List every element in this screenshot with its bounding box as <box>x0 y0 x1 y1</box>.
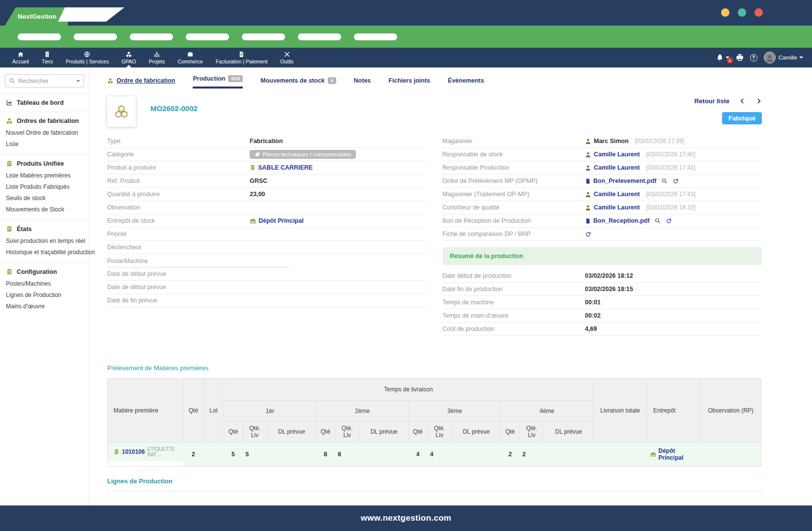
menu-placeholder-pill[interactable] <box>74 33 117 40</box>
person-icon <box>585 191 591 198</box>
tab-ordre-de-fabrication[interactable]: Ordre de fabrication <box>107 77 175 88</box>
field-label: Poste/Machine <box>107 258 250 265</box>
product-link[interactable]: SABLE CARRIERE <box>258 164 313 171</box>
tab-count-badge: 4 <box>328 77 336 84</box>
field-value: GRSC <box>250 177 267 184</box>
menu-placeholder-pill[interactable] <box>186 33 229 40</box>
secondary-tab[interactable] <box>58 7 124 22</box>
chevron-down-icon[interactable] <box>76 80 80 82</box>
preview-icon[interactable] <box>662 178 667 184</box>
back-to-list-link[interactable]: Retour liste <box>694 97 729 105</box>
material-code-link[interactable]: 1010106 <box>122 448 145 455</box>
menu-placeholder-pill[interactable] <box>298 33 341 40</box>
timestamp: [03/02/2026 17:40] <box>646 151 696 158</box>
sidebar-item-nouvel-of[interactable]: Nouvel Ordre de fabrication <box>6 128 83 138</box>
sidebar-item-seuils[interactable]: Seuils de stock <box>6 193 83 203</box>
tab-notes[interactable]: Notes <box>354 77 371 88</box>
menu-placeholder-pill[interactable] <box>130 33 173 40</box>
maximize-button[interactable] <box>738 8 746 17</box>
person-icon <box>585 205 591 211</box>
refresh-icon[interactable] <box>666 218 672 224</box>
cell-observation <box>700 442 761 467</box>
warehouse-icon <box>650 451 656 457</box>
person-link[interactable]: Camille Laurent <box>594 151 640 158</box>
sidebar-item-mains[interactable]: Mains d'œuvre <box>6 301 83 311</box>
nav-item-gpao[interactable]: GPAO <box>115 48 143 67</box>
refresh-icon[interactable] <box>585 231 591 237</box>
person-name: Marc Simon <box>594 138 629 145</box>
nav-item-outils[interactable]: Outils <box>274 48 300 67</box>
pdf-link[interactable]: Bon_Reception.pdf <box>593 217 650 224</box>
nav-item-tiers[interactable]: Tiers <box>35 48 59 67</box>
person-link[interactable]: Camille Laurent <box>594 191 640 198</box>
menu-placeholder-pill[interactable] <box>18 33 61 40</box>
field-row-type: Type Fabrication <box>107 135 427 148</box>
nav-label: Commerce <box>177 59 203 64</box>
nav-item-facturation[interactable]: Facturation | Paiement <box>209 48 274 67</box>
sidebar-section-produits: Produits Unifiée Liste Matières première… <box>0 154 89 220</box>
sidebar-search[interactable] <box>5 74 84 88</box>
field-row-controleur: Contrôleur de qualité Camille Laurent [0… <box>442 201 762 214</box>
sidebar-item-liste-pf[interactable]: Liste Produits Fabriqués <box>6 182 83 192</box>
warehouse-link[interactable]: Dépôt Principal <box>259 217 304 224</box>
sidebar-item-mouvements[interactable]: Mouvements de Stock <box>6 205 83 214</box>
sidebar-dashboard[interactable]: Tableau de bord <box>0 93 89 112</box>
field-value: 00:02 <box>585 312 601 319</box>
chevron-left-icon[interactable] <box>739 98 746 104</box>
user-menu[interactable]: Camille <box>764 52 803 63</box>
person-link[interactable]: Camille Laurent <box>594 204 640 211</box>
minimize-button[interactable] <box>721 8 729 17</box>
person-icon <box>585 151 591 158</box>
tab-count-badge: 5/23 <box>228 75 243 82</box>
nav-item-projets[interactable]: Projets <box>143 48 172 67</box>
sidebar-item-liste-of[interactable]: Liste <box>6 139 83 149</box>
help-button[interactable]: ? <box>750 54 757 61</box>
sidebar-item-postes[interactable]: Postes/Machines <box>6 279 83 289</box>
summary-row-cout: Coût de production 4,69 <box>442 323 762 336</box>
sidebar-section-title: Configuration <box>6 268 83 275</box>
field-label: Ordre de Prélèvement MP (OPMP) <box>442 177 585 184</box>
field-row-responsable-production: Responsable Production Camille Laurent [… <box>442 161 762 175</box>
field-row-magasinier: Magasinier Marc Simon [03/02/2026 17:39] <box>442 135 762 148</box>
subcol-dl-prevue: DL prévue <box>452 421 501 442</box>
timestamp: [03/02/2026 18:15] <box>646 204 696 211</box>
tab-evenements[interactable]: Événements <box>448 77 484 88</box>
category-badge-label: Pièces techniques / consommables <box>262 151 351 157</box>
person-link[interactable]: Camille Laurent <box>594 164 640 171</box>
field-label: Date fin de production <box>442 286 585 293</box>
preview-icon[interactable] <box>655 218 661 224</box>
cubes-icon <box>6 118 13 124</box>
nav-item-accueil[interactable]: Accueil <box>6 48 35 67</box>
sidebar-item-historique[interactable]: Historique et traçabilité production <box>6 247 83 257</box>
field-value: 4,69 <box>585 325 597 332</box>
tab-production[interactable]: Production 5/23 <box>193 75 243 88</box>
sidebar-item-suivi[interactable]: Suivi production en temps réel <box>6 236 83 246</box>
timestamp: [03/02/2026 17:43] <box>646 191 696 198</box>
sidebar-item-liste-mp[interactable]: Liste Matières premières <box>6 171 83 180</box>
sidebar-item-lignes[interactable]: Lignes de Production <box>6 290 83 300</box>
notifications-button[interactable]: 1 <box>716 54 729 61</box>
tab-fichiers-joints[interactable]: Fichiers joints <box>388 77 430 88</box>
tab-mouvements-de-stock[interactable]: Mouvements de stock 4 <box>261 77 336 88</box>
nav-item-produits-services[interactable]: Produits | Services <box>59 48 115 67</box>
nav-item-commerce[interactable]: Commerce <box>171 48 209 67</box>
sitemap-icon <box>153 51 160 58</box>
nav-label: GPAO <box>121 59 136 64</box>
avatar <box>764 52 776 63</box>
search-input[interactable] <box>18 78 73 85</box>
chevron-right-icon[interactable] <box>755 98 762 104</box>
refresh-icon[interactable] <box>672 178 679 184</box>
close-button[interactable] <box>754 8 763 17</box>
field-label: Contrôleur de qualité <box>442 204 585 211</box>
timestamp: [03/02/2026 17:41] <box>646 164 696 171</box>
pdf-link[interactable]: Bon_Prelevement.pdf <box>593 177 657 184</box>
menu-placeholder-pill[interactable] <box>242 33 285 40</box>
notification-count-badge: 1 <box>727 58 733 63</box>
menu-placeholder-pill[interactable] <box>354 33 397 40</box>
field-label: Magasinier <box>442 138 585 145</box>
print-button[interactable] <box>736 54 744 61</box>
printer-icon <box>736 54 744 61</box>
warehouse-link[interactable]: Dépôt Principal <box>659 447 697 461</box>
materials-section-title: Prélèvement de Matières premières <box>107 364 762 372</box>
field-label: Date de début prévue <box>107 284 250 291</box>
